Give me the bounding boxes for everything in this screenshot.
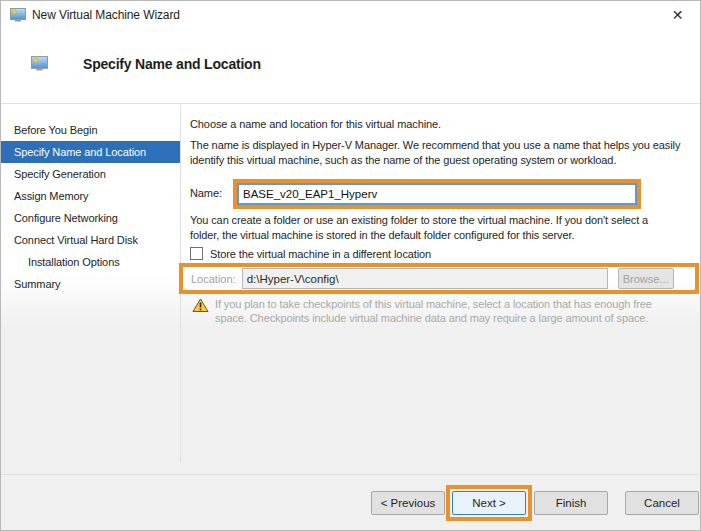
- intro-text: Choose a name and location for this virt…: [190, 117, 441, 132]
- name-input[interactable]: [237, 183, 637, 205]
- sidebar-item-connect-virtual-hard-disk[interactable]: Connect Virtual Hard Disk: [1, 229, 180, 251]
- wizard-app-icon: [10, 8, 26, 26]
- sidebar-item-before-you-begin[interactable]: Before You Begin: [1, 119, 180, 141]
- title-bar: New Virtual Machine Wizard ✕: [1, 1, 700, 29]
- window-title: New Virtual Machine Wizard: [32, 8, 180, 22]
- sidebar-item-summary[interactable]: Summary: [1, 273, 180, 295]
- annotation-highlight-location: Location: Browse...: [179, 263, 699, 294]
- name-help-text: The name is displayed in Hyper-V Manager…: [190, 138, 680, 168]
- wizard-content: Choose a name and location for this virt…: [182, 105, 701, 474]
- sidebar-item-assign-memory[interactable]: Assign Memory: [1, 185, 180, 207]
- cancel-button[interactable]: Cancel: [625, 491, 699, 515]
- warning-line2: space. Checkpoints include virtual machi…: [215, 311, 652, 325]
- location-input[interactable]: [242, 268, 608, 289]
- warning-icon: [192, 298, 209, 317]
- different-location-checkbox-label: Store the virtual machine in a different…: [210, 248, 431, 260]
- sidebar-item-configure-networking[interactable]: Configure Networking: [1, 207, 180, 229]
- warning-line1: If you plan to take checkpoints of this …: [215, 297, 652, 311]
- close-button[interactable]: ✕: [655, 1, 700, 29]
- page-title: Specify Name and Location: [83, 56, 261, 72]
- name-help-line1: The name is displayed in Hyper-V Manager…: [190, 138, 680, 153]
- checkpoint-warning-text: If you plan to take checkpoints of this …: [215, 297, 652, 325]
- name-help-line2: identify this virtual machine, such as t…: [190, 153, 680, 168]
- folder-help-text: You can create a folder or use an existi…: [190, 213, 648, 243]
- folder-help-line1: You can create a folder or use an existi…: [190, 213, 648, 228]
- browse-button[interactable]: Browse...: [618, 268, 674, 289]
- sidebar-item-installation-options[interactable]: Installation Options: [1, 251, 180, 273]
- folder-help-line2: folder, the virtual machine is stored in…: [190, 228, 648, 243]
- wizard-footer: < Previous Next > Finish Cancel: [1, 474, 700, 530]
- new-vm-wizard-dialog: New Virtual Machine Wizard ✕ Specify Nam…: [0, 0, 701, 531]
- finish-button[interactable]: Finish: [534, 491, 608, 515]
- wizard-steps-sidebar: Before You Begin Specify Name and Locati…: [1, 105, 181, 462]
- different-location-checkbox[interactable]: [190, 247, 203, 260]
- annotation-highlight-next: Next >: [446, 485, 532, 521]
- sidebar-item-specify-generation[interactable]: Specify Generation: [1, 163, 180, 185]
- different-location-checkbox-row: Store the virtual machine in a different…: [190, 247, 431, 260]
- previous-button[interactable]: < Previous: [371, 491, 445, 515]
- wizard-body: Before You Begin Specify Name and Locati…: [1, 105, 700, 474]
- wizard-header: Specify Name and Location: [1, 29, 700, 104]
- close-icon: ✕: [672, 7, 684, 23]
- annotation-highlight-name: [233, 179, 641, 209]
- wizard-page-icon: [31, 56, 48, 75]
- next-button[interactable]: Next >: [452, 491, 526, 515]
- sidebar-item-specify-name-and-location[interactable]: Specify Name and Location: [1, 141, 180, 163]
- location-label: Location:: [191, 273, 236, 285]
- name-label: Name:: [190, 187, 222, 199]
